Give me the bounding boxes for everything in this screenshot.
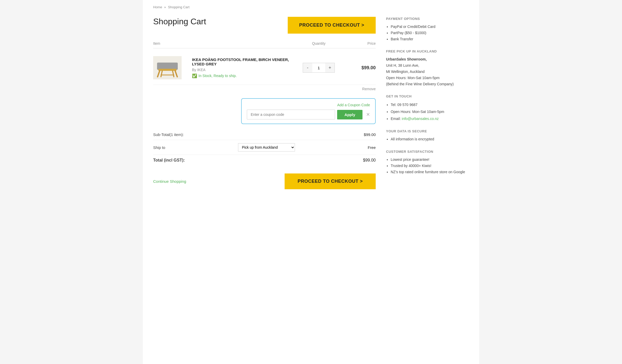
sidebar-pickup: FREE PICK UP IN AUCKLAND UrbanSales Show… [386, 49, 469, 87]
add-coupon-label[interactable]: Add a Coupon Code [247, 103, 370, 107]
coupon-apply-button[interactable]: Apply [337, 110, 362, 119]
quantity-decrease-button[interactable]: - [303, 63, 312, 72]
payment-options-list: PayPal or Credit/Debit Card PartPay ($50… [386, 24, 469, 42]
remove-button[interactable]: Remove [362, 87, 376, 91]
total-value: $99.00 [363, 158, 376, 163]
breadcrumb-separator: » [164, 5, 166, 9]
svg-rect-1 [158, 69, 176, 71]
pickup-note: (Behind the Fine Wine Delivery Company) [386, 82, 454, 86]
contact-title: GET IN TOUCH [386, 94, 469, 98]
quantity-input[interactable] [312, 64, 325, 72]
total-row: Total (incl GST): $99.00 [153, 155, 376, 166]
quantity-increase-button[interactable]: + [325, 63, 335, 72]
pickup-address1: Unit H, 38 Lunn Ave, [386, 63, 419, 67]
satisfaction-title: CUSTOMER SATISFACTION [386, 150, 469, 154]
payment-options-title: PAYMENT OPTIONS [386, 17, 469, 21]
checkout-button-bottom[interactable]: PROCEED TO CHECKOUT > [285, 173, 376, 189]
contact-hours: Open Hours: Mon-Sat 10am-5pm [391, 108, 469, 115]
pickup-business: UrbanSales Showroom, [386, 57, 427, 61]
pickup-title: FREE PICK UP IN AUCKLAND [386, 49, 469, 53]
svg-line-2 [158, 71, 160, 77]
item-stock: ✅ In Stock, Ready to ship. [192, 73, 293, 78]
breadcrumb: Home » Shopping Cart [153, 5, 469, 9]
checkout-button-top[interactable]: PROCEED TO CHECKOUT > [288, 17, 376, 34]
stock-icon: ✅ [192, 73, 197, 78]
satisfaction-item-2: Trusted by 40000+ Kiwis! [391, 163, 469, 169]
page-title: Shopping Cart [153, 17, 206, 26]
contact-tel: Tel: 09 570 9687 [391, 101, 469, 108]
item-details: IKEA POÄNG FOOTSTOOL FRAME, BIRCH VENEER… [187, 57, 293, 78]
coupon-close-icon[interactable]: ✕ [366, 112, 370, 117]
shipping-row: Ship to Pick up from Auckland Free [153, 140, 376, 155]
sidebar-satisfaction: CUSTOMER SATISFACTION Lowest price guara… [386, 150, 469, 175]
column-header-quantity: Quantity [293, 41, 345, 46]
coupon-section: Add a Coupon Code Apply ✕ [241, 98, 376, 124]
security-title: YOUR DATA IS SECURE [386, 129, 469, 133]
subtotal-label: Sub-Total(1 item): [153, 132, 184, 137]
sidebar-security: YOUR DATA IS SECURE All information is e… [386, 129, 469, 142]
satisfaction-item-1: Lowest price guarantee! [391, 157, 469, 163]
sidebar-contact: GET IN TOUCH Tel: 09 570 9687 Open Hours… [386, 94, 469, 122]
subtotal-row: Sub-Total(1 item): $99.00 [153, 129, 376, 140]
item-image-col [153, 56, 187, 79]
item-brand: By IKEA [192, 68, 293, 72]
contact-email-link[interactable]: info@urbansales.co.nz [402, 117, 439, 121]
cart-item-row: IKEA POÄNG FOOTSTOOL FRAME, BIRCH VENEER… [153, 51, 376, 85]
satisfaction-list: Lowest price guarantee! Trusted by 40000… [386, 157, 469, 175]
payment-option-2: PartPay ($50 - $1000) [391, 30, 469, 36]
svg-rect-0 [157, 63, 178, 70]
svg-line-5 [173, 71, 174, 77]
payment-option-3: Bank Transfer [391, 36, 469, 42]
pickup-hours: Open Hours: Mon-Sat 10am-5pm [386, 76, 440, 80]
pickup-address2: Mt Wellington, Auckland [386, 70, 425, 74]
shipping-cost: Free [368, 145, 376, 150]
remove-row: Remove [153, 85, 376, 93]
subtotal-value: $99.00 [364, 132, 376, 137]
column-header-item: Item [153, 41, 293, 46]
total-label: Total (incl GST): [153, 158, 185, 163]
security-list: All information is encrypted [386, 136, 469, 142]
breadcrumb-current: Shopping Cart [168, 5, 189, 9]
coupon-input[interactable] [247, 110, 335, 119]
satisfaction-item-3: NZ's top rated online furniture store on… [391, 169, 469, 175]
svg-line-4 [161, 71, 162, 77]
item-price: $99.00 [345, 65, 376, 71]
continue-shopping-button[interactable]: Continue Shopping [153, 179, 186, 184]
shipping-select[interactable]: Pick up from Auckland [238, 143, 295, 151]
contact-email-prefix: Email: [391, 117, 402, 121]
right-sidebar: PAYMENT OPTIONS PayPal or Credit/Debit C… [386, 17, 469, 189]
bottom-actions: Continue Shopping PROCEED TO CHECKOUT > [153, 173, 376, 189]
ship-to-label: Ship to [153, 145, 165, 150]
pickup-address: UrbanSales Showroom, Unit H, 38 Lunn Ave… [386, 56, 469, 87]
breadcrumb-home[interactable]: Home [153, 5, 162, 9]
svg-line-3 [175, 71, 177, 77]
order-summary: Sub-Total(1 item): $99.00 Ship to Pick u… [153, 129, 376, 166]
sidebar-payment-options: PAYMENT OPTIONS PayPal or Credit/Debit C… [386, 17, 469, 42]
contact-email-item: Email: info@urbansales.co.nz [391, 115, 469, 122]
contact-list: Tel: 09 570 9687 Open Hours: Mon-Sat 10a… [386, 101, 469, 122]
item-name: IKEA POÄNG FOOTSTOOL FRAME, BIRCH VENEER… [192, 57, 293, 66]
product-image [153, 56, 182, 79]
quantity-col: - + [293, 63, 345, 73]
quantity-control: - + [303, 63, 335, 73]
payment-option-1: PayPal or Credit/Debit Card [391, 24, 469, 30]
column-header-price: Price [345, 41, 376, 46]
security-item-1: All information is encrypted [391, 136, 469, 142]
